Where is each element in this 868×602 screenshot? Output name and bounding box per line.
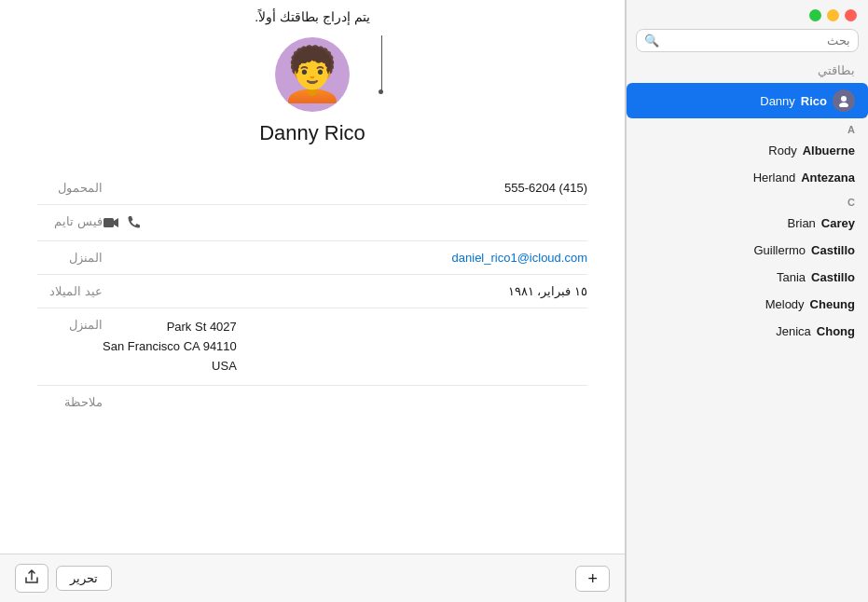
my-card-last: Rico xyxy=(801,94,827,108)
field-label-note: ملاحظة xyxy=(37,395,103,409)
svg-rect-0 xyxy=(103,218,114,227)
edit-button[interactable]: تحرير xyxy=(56,566,112,591)
contact-last: Castillo xyxy=(811,270,855,284)
maximize-button[interactable] xyxy=(809,9,821,21)
contact-jenica-chong[interactable]: Jenica Chong xyxy=(627,318,868,345)
contact-first: Rody xyxy=(768,144,796,157)
search-input[interactable] xyxy=(663,34,850,48)
field-label-mobile: المحمول xyxy=(37,181,103,195)
contact-last: Antezana xyxy=(801,171,855,185)
fields-container: (415) 555-6204 المحمول xyxy=(0,171,625,419)
bottom-toolbar: تحرير + xyxy=(0,554,625,602)
svg-point-2 xyxy=(839,103,848,107)
contact-guillermo-castillo[interactable]: Guillermo Castillo xyxy=(627,237,868,264)
avatar-emoji: 🧑‍🦱 xyxy=(280,44,345,105)
field-label-address: المنزل xyxy=(37,318,103,332)
contact-first: Guillermo xyxy=(753,243,806,257)
contact-last: Cheung xyxy=(810,297,855,311)
my-card-item[interactable]: Danny Rico xyxy=(627,83,868,118)
contact-first: Melody xyxy=(765,297,805,311)
field-row-facetime: فيس تايم xyxy=(37,205,587,241)
contact-herland-antezana[interactable]: Herland Antezana xyxy=(627,164,868,191)
contact-first: Jenica xyxy=(776,324,811,338)
search-input-wrap: 🔍 xyxy=(636,29,859,52)
field-row-email: daniel_rico1@icloud.com المنزل xyxy=(37,241,587,275)
contact-first: Brian xyxy=(788,216,816,230)
field-value-address: 4027 Park StSan Francisco CA 94110USA xyxy=(103,318,237,376)
share-button[interactable] xyxy=(15,564,48,593)
section-c: C xyxy=(627,191,868,210)
toolbar-left: تحرير xyxy=(15,564,112,593)
phone-icon[interactable] xyxy=(125,214,142,231)
svg-point-1 xyxy=(841,96,847,102)
field-row-birthday: ١٥ فبراير، ١٩٨١ عيد الميلاد xyxy=(37,275,587,308)
field-row-mobile: (415) 555-6204 المحمول xyxy=(37,171,587,205)
facetime-icons xyxy=(103,214,587,231)
contact-last: Albuerne xyxy=(803,144,855,157)
contact-last: Carey xyxy=(821,216,855,230)
window-controls xyxy=(627,0,868,29)
field-value-birthday: ١٥ فبراير، ١٩٨١ xyxy=(103,284,587,298)
my-card-first: Danny xyxy=(760,94,795,108)
contact-brian-carey[interactable]: Brian Carey xyxy=(627,210,868,237)
contact-first: Herland xyxy=(753,171,796,185)
contacts-list: Danny Rico A Rody Albuerne Herland Antez… xyxy=(627,83,868,602)
field-label-email: المنزل xyxy=(37,251,103,265)
video-icon[interactable] xyxy=(103,214,119,231)
field-label-birthday: عيد الميلاد xyxy=(37,284,103,298)
group-label: بطاقتي xyxy=(627,60,868,83)
my-card-avatar xyxy=(833,89,855,112)
avatar: 🧑‍🦱 xyxy=(275,37,350,112)
contact-last: Chong xyxy=(817,324,855,338)
field-row-note: ملاحظة xyxy=(37,386,587,419)
contact-first: Tania xyxy=(777,270,806,284)
field-label-facetime: فيس تايم xyxy=(37,214,103,228)
close-button[interactable] xyxy=(845,9,857,21)
section-a: A xyxy=(627,118,868,137)
add-contact-button[interactable]: + xyxy=(575,566,610,592)
contact-rody-albuerne[interactable]: Rody Albuerne xyxy=(627,137,868,164)
search-bar: 🔍 xyxy=(627,29,868,60)
field-row-address: 4027 Park StSan Francisco CA 94110USA ال… xyxy=(37,308,587,386)
search-icon: 🔍 xyxy=(644,34,659,48)
contact-detail-panel: يتم إدراج بطاقتك أولاً. 🧑‍🦱 Danny Rico (… xyxy=(0,0,626,602)
contact-tania-castillo[interactable]: Tania Castillo xyxy=(627,264,868,291)
minimize-button[interactable] xyxy=(827,9,839,21)
contact-name: Danny Rico xyxy=(259,121,365,145)
contact-last: Castillo xyxy=(811,243,855,257)
contact-list-panel: 🔍 بطاقتي Danny Rico A Rody xyxy=(626,0,868,602)
app-window: يتم إدراج بطاقتك أولاً. 🧑‍🦱 Danny Rico (… xyxy=(0,0,868,602)
field-value-email[interactable]: daniel_rico1@icloud.com xyxy=(103,251,587,265)
contact-content: 🧑‍🦱 Danny Rico (415) 555-6204 المحمول xyxy=(0,0,625,554)
contact-melody-cheung[interactable]: Melody Cheung xyxy=(627,291,868,318)
field-value-mobile: (415) 555-6204 xyxy=(103,181,587,195)
